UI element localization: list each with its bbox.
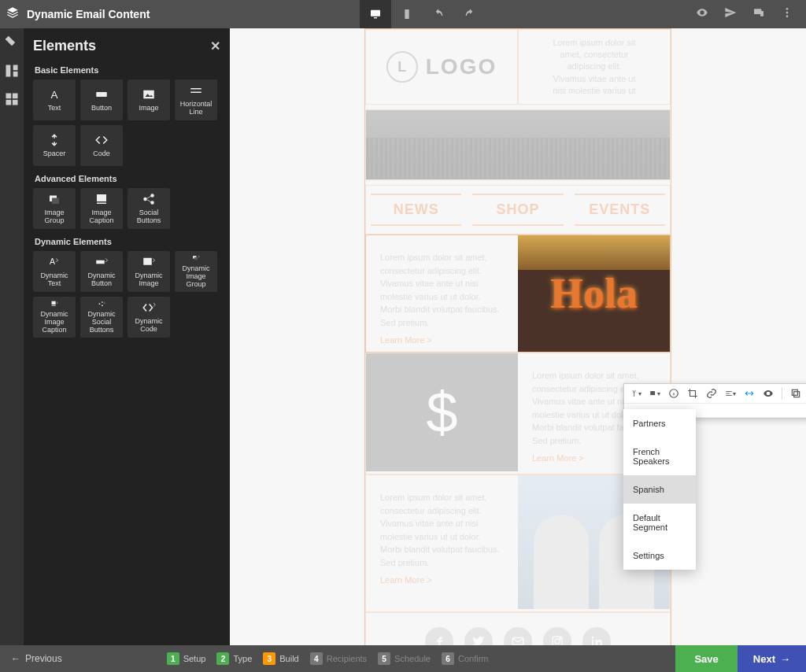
- logo-icon: L: [386, 51, 418, 83]
- tile-dyn-text[interactable]: ADynamic Text: [33, 251, 76, 292]
- tile-dyn-image-group[interactable]: Dynamic Image Group: [175, 251, 217, 292]
- step-confirm[interactable]: 6Confirm: [442, 652, 489, 665]
- segment-dropdown-trigger[interactable]: ▾: [630, 388, 641, 399]
- mobile-tab[interactable]: [391, 0, 423, 28]
- tile-button[interactable]: Button: [80, 79, 123, 120]
- step-recipients[interactable]: 4Recipients: [310, 652, 367, 665]
- layers-icon[interactable]: [6, 6, 19, 22]
- facebook-icon[interactable]: [425, 627, 453, 645]
- more-icon[interactable]: [781, 6, 793, 22]
- visibility-icon[interactable]: [763, 388, 774, 399]
- nav-news[interactable]: NEWS: [371, 194, 461, 226]
- arrow-left-icon: ←: [11, 653, 20, 664]
- svg-rect-13: [6, 100, 12, 105]
- tile-dyn-code[interactable]: Dynamic Code: [128, 297, 170, 338]
- svg-rect-10: [13, 72, 18, 77]
- step-build[interactable]: 3Build: [263, 652, 298, 665]
- tile-dyn-social[interactable]: Dynamic Social Buttons: [80, 297, 123, 338]
- dynamic-section-title: Dynamic Elements: [35, 237, 220, 246]
- block3-text[interactable]: Lorem ipsum dolor sit amet, consectetur …: [366, 475, 518, 611]
- tile-hr[interactable]: Horizontal Line: [175, 79, 217, 120]
- canvas-area[interactable]: L LOGO Lorem ipsum dolor sit amet, conse…: [230, 28, 806, 645]
- linkedin-icon[interactable]: [582, 627, 611, 645]
- tile-dyn-image-caption[interactable]: Dynamic Image Caption: [33, 297, 76, 338]
- block1-text[interactable]: Lorem ipsum dolor sit amet, consectetur …: [366, 235, 518, 352]
- segment-dropdown: Partners French Speakers Spanish Default…: [623, 409, 696, 570]
- save-button[interactable]: Save: [675, 645, 737, 672]
- rail-design-icon[interactable]: [4, 35, 20, 50]
- desktop-tab[interactable]: [360, 0, 391, 28]
- tile-code[interactable]: Code: [80, 125, 123, 166]
- tile-spacer[interactable]: Spacer: [33, 125, 76, 166]
- learn-more-link-3[interactable]: Learn More >: [380, 574, 504, 587]
- step-type[interactable]: 2Type: [216, 652, 252, 665]
- twitter-icon[interactable]: [464, 627, 493, 645]
- dropdown-partners[interactable]: Partners: [623, 409, 696, 438]
- elements-panel: Elements ✕ Basic Elements AText Button I…: [24, 28, 230, 645]
- info-icon[interactable]: [668, 388, 679, 399]
- svg-rect-2: [405, 9, 409, 19]
- hola-text: Hola: [550, 269, 638, 318]
- svg-point-41: [560, 638, 561, 640]
- dropdown-french[interactable]: French Speakers: [623, 438, 696, 475]
- svg-text:A: A: [51, 89, 58, 101]
- dropdown-settings[interactable]: Settings: [623, 541, 696, 570]
- nav-shop[interactable]: SHOP: [472, 194, 563, 226]
- svg-point-27: [150, 201, 154, 205]
- svg-point-37: [102, 305, 103, 306]
- svg-rect-4: [760, 11, 763, 17]
- advanced-section-title: Advanced Elements: [35, 174, 220, 183]
- step-schedule[interactable]: 5Schedule: [378, 652, 431, 665]
- rail-layout-icon[interactable]: [4, 63, 20, 79]
- close-icon[interactable]: ✕: [210, 39, 220, 54]
- svg-rect-34: [52, 305, 56, 306]
- tile-image[interactable]: Image: [128, 79, 170, 120]
- next-button[interactable]: Next→: [738, 645, 806, 672]
- top-toolbar: Dynamic Email Content: [0, 0, 806, 28]
- svg-point-43: [592, 637, 594, 639]
- rail-elements-icon[interactable]: [4, 91, 20, 107]
- svg-rect-16: [96, 92, 107, 97]
- svg-rect-23: [97, 194, 106, 201]
- email-icon[interactable]: [504, 627, 532, 645]
- svg-point-6: [786, 12, 789, 14]
- hero-image[interactable]: [365, 109, 671, 180]
- basic-section-title: Basic Elements: [35, 65, 220, 75]
- send-icon[interactable]: [724, 6, 737, 22]
- tile-dyn-image[interactable]: Dynamic Image: [128, 251, 170, 292]
- logo-cell[interactable]: L LOGO: [365, 29, 518, 105]
- tile-image-group[interactable]: Image Group: [33, 188, 76, 229]
- crop-icon[interactable]: [687, 388, 698, 399]
- nav-events[interactable]: EVENTS: [575, 194, 665, 226]
- link-icon[interactable]: [706, 388, 717, 399]
- step-setup[interactable]: 1Setup: [167, 652, 206, 665]
- tile-dyn-button[interactable]: Dynamic Button: [80, 251, 123, 292]
- spacing-icon[interactable]: [744, 388, 755, 399]
- instagram-icon[interactable]: [543, 627, 571, 645]
- svg-rect-50: [792, 390, 797, 395]
- panel-title: Elements: [33, 38, 96, 54]
- page-title: Dynamic Email Content: [27, 8, 150, 20]
- svg-rect-12: [13, 94, 18, 99]
- image-source-icon[interactable]: ▾: [649, 388, 660, 399]
- copy-icon[interactable]: [790, 388, 801, 399]
- redo-button[interactable]: [454, 0, 486, 28]
- previous-button[interactable]: ← Previous: [0, 653, 73, 664]
- tile-image-caption[interactable]: Image Caption: [80, 188, 123, 229]
- dollar-image[interactable]: $: [366, 353, 518, 471]
- tile-social[interactable]: Social Buttons: [128, 188, 170, 229]
- header-text-cell[interactable]: Lorem ipsum dolor sit amet, consectetur …: [518, 29, 671, 105]
- preview-icon[interactable]: [696, 6, 708, 22]
- devices-icon[interactable]: [752, 6, 765, 22]
- undo-button[interactable]: [423, 0, 454, 28]
- dropdown-spanish[interactable]: Spanish: [623, 475, 696, 504]
- svg-rect-30: [143, 258, 152, 265]
- align-icon[interactable]: ▾: [725, 388, 736, 399]
- dynamic-image-selected[interactable]: Hola: [518, 235, 670, 352]
- learn-more-link[interactable]: Learn More >: [380, 334, 504, 347]
- svg-rect-17: [143, 90, 154, 99]
- dropdown-default[interactable]: Default Segment: [623, 504, 696, 541]
- svg-rect-29: [96, 260, 105, 264]
- left-rail: [0, 28, 24, 645]
- tile-text[interactable]: AText: [33, 79, 76, 120]
